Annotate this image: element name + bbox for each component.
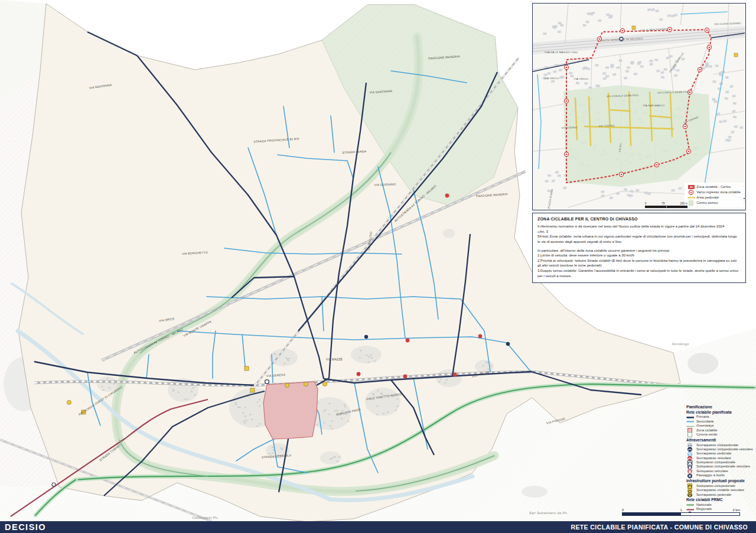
legend-label: Greenways xyxy=(696,424,713,428)
legend-label: Sottopasso veicolare xyxy=(696,470,728,473)
legend-item: Sovrappasso pedonale xyxy=(686,493,755,497)
scale-0: 0 xyxy=(622,508,624,512)
legend-label: Corona verde xyxy=(696,433,717,437)
centro-storico-icon xyxy=(687,200,696,206)
legend-item: Sottopasso ciclopedonale veicolare xyxy=(686,465,755,469)
inset-legend-label: Varco ingresso zona ciclabile xyxy=(696,191,741,194)
scale-max: 2 km xyxy=(732,508,740,512)
legend-label: Primaria xyxy=(696,415,709,419)
decisio-logo: DECISIO xyxy=(0,522,46,532)
scalebar: 0 1 2 km xyxy=(622,508,740,516)
text-line: 2.Priorità ai velocipedi: Istituire Stra… xyxy=(537,258,741,268)
text-line: 54-bis) Zona ciclabile: zona urbana in c… xyxy=(537,234,741,244)
inset-scale-mid: 75 xyxy=(662,202,664,205)
text-panel-body: Il riferimento normativo è da ricercare … xyxy=(537,224,741,278)
legend-item: Primaria xyxy=(686,415,755,420)
text-line: «Art. 3 xyxy=(537,229,741,235)
legend-label: Sovrappasso ciclopedonale xyxy=(696,444,738,447)
legend-item: Passaggio a livello xyxy=(686,473,755,477)
text-line: 3.Doppio senso ciclabile: Garantire l’ac… xyxy=(537,268,741,278)
zona-ciclabile-area xyxy=(263,382,318,439)
legend-label: Secondaria xyxy=(696,420,713,424)
inset-legend-label: Centro storico xyxy=(696,202,718,205)
legend-label: Sovrappasso ciclopedonale veicolare xyxy=(696,448,753,451)
swatch-corona-icon xyxy=(686,432,696,437)
inset-scale-max: 150 m xyxy=(680,202,687,205)
legend-label: Nazionale xyxy=(696,503,712,507)
legend-item: Greenways xyxy=(686,424,755,428)
legend-label: Sottopasso ciclopedonale xyxy=(696,461,735,464)
legend-header: Rete ciclabili PRMC xyxy=(686,498,755,502)
area-pedonale-icon xyxy=(687,195,696,200)
zona-centro-icon xyxy=(687,184,696,190)
inset-legend: Zona ciclabile - CentroVarco ingresso zo… xyxy=(685,183,744,207)
legend-label: Sovrappasso pedonale xyxy=(696,493,731,497)
text-line: 1.Limite di velocità: deve essere inferi… xyxy=(537,253,741,258)
legend-label: Sovrappasso veicolare xyxy=(696,457,731,460)
legend-item: Sovrappasso ciclabile veicolare xyxy=(686,488,755,492)
legend-header: Attraversamenti xyxy=(686,438,755,443)
inset-legend-label: Zona ciclabile - Centro xyxy=(696,186,731,189)
inset-map-svg xyxy=(533,4,745,209)
varco-icon xyxy=(687,190,696,195)
legend-header: Infrastrutture puntuali proposte xyxy=(686,479,755,483)
inset-map-centre: VIA CLARA DUSANOVIA CLARA SUSANOPIAZZA G… xyxy=(532,3,746,210)
inset-legend-item: Centro storico xyxy=(687,200,741,206)
plan-sheet: VIA SANTANNAVIA SANTANNAFRAZIONE MANDRIA… xyxy=(0,0,756,533)
legend-label: Passaggio a livello xyxy=(696,474,725,477)
legend-header: Rete ciclabile pianificata xyxy=(686,411,755,415)
legend-label: Sovrappasso ciclabile veicolare xyxy=(696,489,744,492)
passaggio-icon xyxy=(686,473,696,479)
legend-item: Sovrappasso pedonale xyxy=(686,452,755,456)
normative-text-panel: ZONA CICLABILE PER IL CENTRO DI CHIVASSO… xyxy=(532,213,746,283)
inset-legend-item: Area pedonale xyxy=(687,195,741,200)
legend-label: Sovrappasso pedonale xyxy=(696,452,731,456)
inset-legend-item: Varco ingresso zona ciclabile xyxy=(687,190,741,195)
inset-station-icon xyxy=(620,37,623,41)
legend-item: Corona verde xyxy=(686,433,755,437)
prop-sovra-ped-icon xyxy=(686,492,696,498)
map-legend: PianificazioneRete ciclabile pianificata… xyxy=(686,404,755,516)
text-line: Il riferimento normativo è da ricercare … xyxy=(537,224,741,229)
inset-legend-label: Area pedonale xyxy=(696,196,719,200)
legend-label: Sottopasso ciclopedonale veicolare xyxy=(696,465,750,469)
legend-header: Pianificazione xyxy=(686,405,755,410)
text-panel-title: ZONA CICLABILE PER IL CENTRO DI CHIVASSO xyxy=(537,217,741,221)
legend-label: Zona ciclabile xyxy=(696,429,717,433)
scale-mid: 1 xyxy=(680,508,682,512)
text-line: In particolare, all’interno della zona c… xyxy=(537,248,741,254)
footer-bar: DECISIO RETE CICLABILE PIANIFICATA - COM… xyxy=(0,521,756,533)
legend-label: Sottopasso ciclopedonale xyxy=(696,485,735,488)
inset-legend-item: Zona ciclabile - Centro xyxy=(687,184,741,190)
inset-scalebar: 0 75 150 m xyxy=(645,202,687,209)
inset-scale-0: 0 xyxy=(645,202,647,205)
sheet-title: RETE CICLABILE PIANIFICATA - COMUNE DI C… xyxy=(571,524,756,531)
